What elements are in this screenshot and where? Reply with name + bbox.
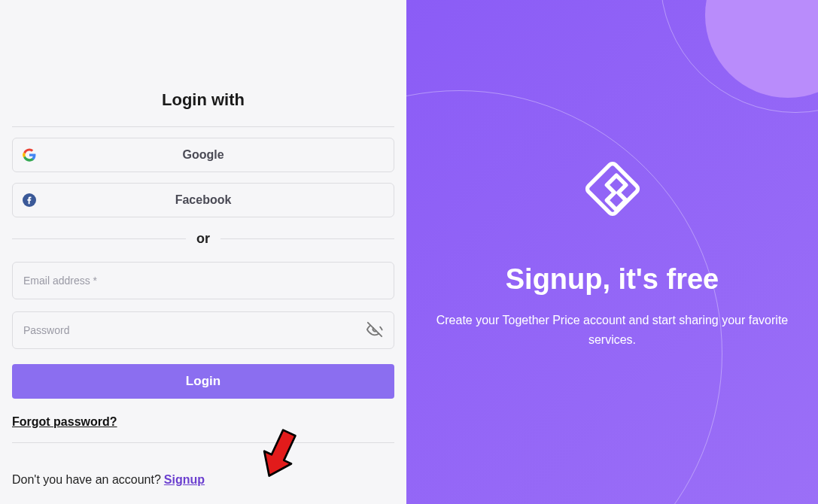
divider [12, 238, 186, 239]
divider [12, 126, 394, 127]
facebook-login-button[interactable]: Facebook [12, 183, 394, 217]
decorative-circle [406, 90, 722, 504]
facebook-label: Facebook [22, 193, 385, 207]
login-title: Login with [12, 90, 394, 110]
email-field-wrapper[interactable] [12, 262, 394, 299]
password-field[interactable] [23, 324, 366, 336]
signup-link[interactable]: Signup [164, 473, 205, 487]
email-field[interactable] [23, 275, 383, 287]
divider [12, 442, 394, 443]
svg-marker-2 [256, 427, 303, 482]
login-panel: Login with Google Facebook or [0, 0, 406, 504]
no-account-text: Don't you have an account? [12, 473, 161, 487]
login-button[interactable]: Login [12, 364, 394, 399]
or-divider: or [12, 231, 394, 247]
hero-panel: Signup, it's free Create your Together P… [406, 0, 818, 504]
google-label: Google [22, 148, 385, 162]
divider [220, 238, 394, 239]
eye-off-icon[interactable] [366, 321, 383, 340]
password-field-wrapper[interactable] [12, 311, 394, 349]
google-login-button[interactable]: Google [12, 138, 394, 172]
forgot-password-link[interactable]: Forgot password? [12, 415, 394, 429]
or-label: or [196, 231, 210, 247]
red-arrow-icon [245, 421, 313, 488]
signup-prompt: Don't you have an account? Signup [12, 473, 394, 487]
